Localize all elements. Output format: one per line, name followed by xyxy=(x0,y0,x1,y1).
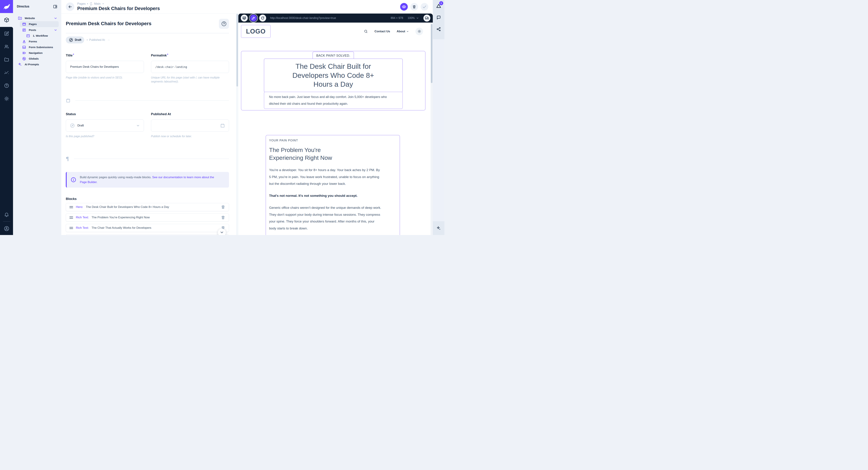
sidebar-item-forms[interactable]: Forms xyxy=(20,39,59,44)
block-row[interactable]: Rich Text: The Problem You're Experienci… xyxy=(66,213,229,222)
sidebar-item-posts[interactable]: Posts xyxy=(20,27,59,33)
published-at-input[interactable] xyxy=(151,119,229,131)
module-content[interactable] xyxy=(0,13,13,27)
breadcrumb-collection[interactable]: Pages xyxy=(77,2,86,5)
collapse-sidebar-icon[interactable] xyxy=(53,4,58,9)
preview-url[interactable]: http://localhost:3000/desk-chair-landing… xyxy=(270,17,336,20)
form-scrollbar[interactable] xyxy=(236,13,238,235)
blocks-heading: Blocks xyxy=(66,197,229,201)
module-files[interactable] xyxy=(0,53,13,66)
chevron-down-icon[interactable] xyxy=(54,17,57,20)
section-heading: The Problem You're Experiencing Right No… xyxy=(269,146,351,162)
draft-pencil-circle-icon xyxy=(69,38,73,42)
sidebar-item-website[interactable]: Website xyxy=(16,16,59,21)
ai-assistant-button[interactable] xyxy=(435,225,442,232)
sidebar-item-globals[interactable]: Globals xyxy=(20,56,59,61)
arrow-left-icon xyxy=(68,4,72,9)
sidebar-item-pages[interactable]: Pages xyxy=(20,21,59,27)
folder-star-icon xyxy=(18,16,22,20)
share-nodes-icon xyxy=(436,27,441,32)
sidebar-item-label: AI Prompts xyxy=(25,63,39,66)
site-link-about[interactable]: About xyxy=(397,30,409,33)
kanban-board-icon xyxy=(26,34,30,38)
display-settings-button[interactable] xyxy=(241,14,248,22)
delete-block-button[interactable] xyxy=(221,215,225,220)
info-banner: Build dynamic pages quickly using ready-… xyxy=(66,172,229,187)
calendar-icon[interactable] xyxy=(220,123,225,128)
breadcrumb-separator: • xyxy=(87,2,88,5)
item-edit-form: Premium Desk Chairs for Developers xyxy=(61,13,238,235)
insights-chart-icon xyxy=(4,70,9,75)
title-input[interactable] xyxy=(66,61,144,73)
site-logo-editable[interactable]: LOGO xyxy=(241,25,271,38)
module-settings[interactable] xyxy=(0,92,13,105)
folder-icon xyxy=(4,57,9,62)
module-insights[interactable] xyxy=(0,66,13,79)
version-dropdown-icon[interactable] xyxy=(102,3,104,5)
permalink-input[interactable] xyxy=(151,61,229,73)
edit-mode-button[interactable] xyxy=(250,14,257,22)
directus-logo[interactable] xyxy=(0,0,13,13)
block-row[interactable]: Hero: The Desk Chair Built for Developer… xyxy=(66,203,229,211)
richtext-block-editable[interactable]: YOUR PAIN POINT The Problem You're Exper… xyxy=(266,135,400,235)
sidebar-item-workflow[interactable]: 1. Workflow xyxy=(24,33,59,38)
eye-icon xyxy=(402,4,406,9)
user-avatar[interactable] xyxy=(0,222,13,235)
breadcrumb-version[interactable]: Main xyxy=(94,2,100,5)
form-scrollbar-thumb[interactable] xyxy=(237,14,238,87)
drag-handle-icon[interactable] xyxy=(69,227,73,229)
delete-button[interactable] xyxy=(410,3,418,10)
block-row[interactable]: Rich Text: What Developers Say xyxy=(66,234,229,235)
sidebar-item-form-submissions[interactable]: Form Submissions xyxy=(20,45,59,50)
permalink-note: Unique URL for this page (start with /, … xyxy=(151,76,229,84)
chevron-down-icon[interactable] xyxy=(54,28,57,32)
sidebar-item-navigation[interactable]: Navigation xyxy=(20,50,59,56)
module-editor[interactable] xyxy=(0,27,13,40)
help-question-icon xyxy=(4,83,9,88)
page-header: Pages • Main Premium Desk Chairs for Dev… xyxy=(61,0,433,13)
responsive-devices-button[interactable] xyxy=(424,14,430,22)
globe-icon xyxy=(22,57,26,61)
chevron-down-icon xyxy=(406,30,409,33)
block-row[interactable]: Rich Text: The Chair That Actually Works… xyxy=(66,224,229,232)
module-help[interactable] xyxy=(0,79,13,92)
settings-gear-icon xyxy=(4,96,9,101)
trash-icon xyxy=(221,215,225,220)
field-published-at: Published At Publish now or schedule for… xyxy=(151,112,229,138)
save-button[interactable] xyxy=(421,3,428,10)
status-select[interactable]: Draft xyxy=(66,119,144,131)
hero-heading-editable[interactable]: The Desk Chair Built for Developers Who … xyxy=(264,59,403,92)
zoom-select[interactable]: 100% xyxy=(408,17,419,20)
site-link-contact[interactable]: Contact Us xyxy=(374,30,390,33)
back-button[interactable] xyxy=(66,2,74,11)
editor-pencil-icon xyxy=(4,31,9,36)
preview-scrollbar-thumb[interactable] xyxy=(431,24,432,83)
inbox-tray-icon xyxy=(22,45,26,49)
refresh-button[interactable] xyxy=(259,14,266,22)
preview-toolbar: http://localhost:3000/desk-chair-landing… xyxy=(238,13,433,23)
search-icon[interactable] xyxy=(364,29,368,33)
delete-block-button[interactable] xyxy=(221,205,225,209)
hero-subtext-editable[interactable]: No more back pain. Just laser focus and … xyxy=(264,92,403,109)
activity-button[interactable]: 1 xyxy=(435,2,442,9)
drag-handle-icon[interactable] xyxy=(69,216,73,218)
content-row: Premium Desk Chairs for Developers xyxy=(61,13,433,235)
theme-toggle-button[interactable] xyxy=(415,28,423,35)
block-title: The Chair That Actually Works for Develo… xyxy=(92,226,151,230)
chevron-down-icon xyxy=(220,231,224,235)
comments-button[interactable] xyxy=(435,14,442,21)
sidebar-item-ai-prompts[interactable]: AI Prompts xyxy=(16,62,59,67)
status-badge-label: Draft xyxy=(75,38,81,41)
published-at-static-value: -- xyxy=(108,38,110,41)
preview-button[interactable] xyxy=(400,3,408,10)
bell-icon xyxy=(4,212,9,217)
preview-scrollbar[interactable] xyxy=(431,23,433,235)
share-button[interactable] xyxy=(435,26,442,33)
drag-handle-icon[interactable] xyxy=(69,206,73,208)
help-button[interactable] xyxy=(219,19,229,29)
nav-sidebar: Directus Website xyxy=(13,0,61,235)
hero-block-editable[interactable]: BACK PAIN? SOLVED. The Desk Chair Built … xyxy=(241,51,426,111)
field-permalink: Permalink* Unique URL for this page (sta… xyxy=(151,53,229,84)
module-users[interactable] xyxy=(0,40,13,53)
module-notifications[interactable] xyxy=(0,208,13,221)
